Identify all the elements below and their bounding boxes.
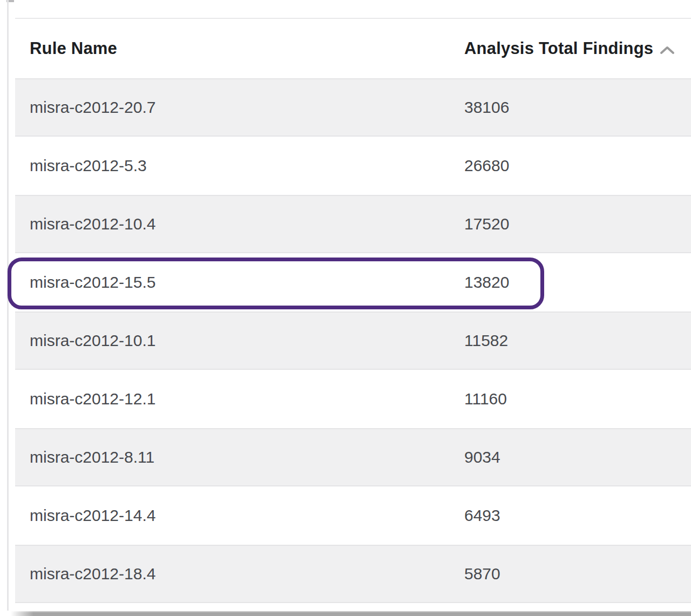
- findings-value-cell: 9034: [464, 448, 691, 466]
- findings-value-cell: 26680: [464, 157, 691, 175]
- rules-findings-table: Rule Name Analysis Total Findings misra-…: [15, 19, 691, 603]
- rule-name-cell: misra-c2012-15.5: [15, 273, 464, 292]
- table-row[interactable]: misra-c2012-8.11 9034: [15, 428, 691, 486]
- table-row[interactable]: misra-c2012-20.7 38106: [15, 78, 691, 137]
- findings-value-cell: 13820: [464, 273, 691, 292]
- table-body: misra-c2012-20.7 38106 misra-c2012-5.3 2…: [15, 78, 691, 603]
- table-row[interactable]: misra-c2012-12.1 11160: [15, 370, 691, 428]
- column-header-analysis-total-findings[interactable]: Analysis Total Findings: [464, 38, 691, 59]
- rule-name-cell: misra-c2012-20.7: [15, 98, 464, 117]
- table-row[interactable]: misra-c2012-15.5 13820: [15, 253, 691, 312]
- findings-value-cell: 17520: [464, 215, 691, 233]
- panel-left-border: [7, 0, 9, 611]
- table-row[interactable]: misra-c2012-10.1 11582: [15, 312, 691, 370]
- rule-name-cell: misra-c2012-14.4: [15, 506, 464, 525]
- table-row[interactable]: misra-c2012-14.4 6493: [15, 486, 691, 545]
- rule-name-cell: misra-c2012-5.3: [15, 157, 464, 175]
- findings-value-cell: 11160: [464, 390, 691, 408]
- rule-name-cell: misra-c2012-12.1: [15, 390, 464, 408]
- horizontal-scrollbar[interactable]: [11, 611, 691, 616]
- rule-name-cell: misra-c2012-18.4: [15, 565, 464, 583]
- table-row[interactable]: misra-c2012-10.4 17520: [15, 195, 691, 253]
- findings-value-cell: 38106: [464, 98, 691, 117]
- table-row[interactable]: misra-c2012-18.4 5870: [15, 545, 691, 603]
- table-row[interactable]: misra-c2012-5.3 26680: [15, 137, 691, 195]
- findings-value-cell: 5870: [464, 565, 691, 583]
- chevron-up-icon: [660, 39, 675, 59]
- rule-name-cell: misra-c2012-10.4: [15, 215, 464, 233]
- findings-value-cell: 11582: [464, 331, 691, 350]
- rule-name-cell: misra-c2012-10.1: [15, 331, 464, 350]
- rule-name-cell: misra-c2012-8.11: [15, 448, 464, 466]
- findings-value-cell: 6493: [464, 506, 691, 525]
- column-header-rule-name[interactable]: Rule Name: [15, 39, 464, 58]
- column-header-label: Analysis Total Findings: [464, 39, 653, 58]
- table-header-row: Rule Name Analysis Total Findings: [15, 19, 691, 78]
